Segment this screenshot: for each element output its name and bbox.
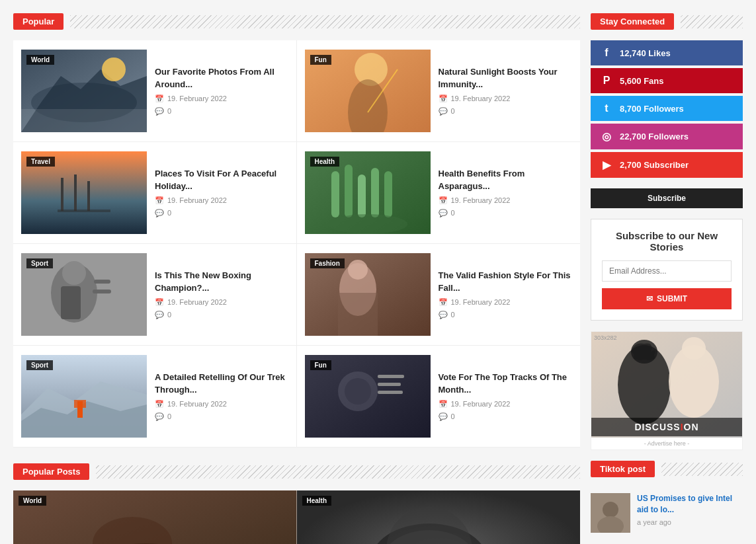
comments-count: 0 (167, 107, 171, 115)
svg-rect-30 (338, 293, 378, 336)
article-meta: 📅 19. February 2022 (155, 196, 288, 205)
svg-rect-18 (371, 168, 379, 217)
svg-point-55 (682, 337, 706, 360)
svg-rect-26 (93, 290, 111, 293)
svg-point-24 (62, 261, 86, 285)
svg-rect-16 (345, 165, 353, 217)
section-divider (661, 463, 743, 476)
article-tag: Sport (26, 258, 53, 268)
article-title: Is This The New Boxing Champion?... (155, 270, 288, 293)
article-meta: 📅 19. February 2022 (155, 95, 288, 103)
section-divider (96, 465, 580, 479)
article-title: Vote For The Top Tracks Of The Month... (439, 371, 573, 395)
facebook-icon: f (600, 47, 613, 59)
article-comments: 💬 0 (155, 311, 288, 319)
article-meta: 📅 19. February 2022 (439, 400, 573, 408)
article-item[interactable]: Fashion The Valid Fashion Style For This… (297, 244, 581, 346)
article-info: Is This The New Boxing Champion?... 📅 19… (155, 253, 288, 336)
article-comments: 💬 0 (439, 107, 573, 116)
svg-rect-13 (58, 210, 110, 212)
article-thumb: Fun (305, 50, 431, 132)
main-content: Popular (13, 13, 580, 544)
tiktok-time: a year ago (637, 518, 743, 526)
svg-rect-15 (331, 171, 339, 217)
popular-label: Popular (13, 13, 63, 30)
article-title: A Detailed Retelling Of Our Trek Through… (155, 371, 288, 395)
article-comments: 💬 0 (439, 311, 573, 319)
tiktok-info: US Promises to give Intel aid to lo... a… (637, 493, 743, 526)
section-divider (70, 15, 580, 28)
article-item[interactable]: World Our Favorite Photos From All Aroun… (13, 40, 297, 142)
article-thumb: Fun (305, 355, 431, 438)
stay-connected-label: Stay Connected (591, 13, 674, 30)
article-title: Our Favorite Photos From All Around... (155, 66, 288, 90)
article-item[interactable]: Fun Vote For The Top Tracks Of The Month… (297, 346, 581, 447)
article-date: 19. February 2022 (451, 298, 511, 306)
comments-count: 0 (167, 412, 171, 420)
svg-rect-17 (358, 175, 366, 217)
popular-posts-grid: World Health (13, 490, 580, 544)
article-thumb: Sport (21, 355, 147, 438)
svg-rect-4 (21, 109, 147, 132)
youtube-button[interactable]: ▶ 2,700 Subscriber (591, 152, 743, 178)
article-tag: Fun (310, 55, 331, 65)
youtube-icon: ▶ (600, 159, 613, 171)
article-date: 19. February 2022 (167, 95, 227, 102)
ad-overlay-text: DISCUSSION (591, 418, 742, 436)
article-date: 19. February 2022 (167, 400, 227, 408)
instagram-button[interactable]: ◎ 22,700 Followers (591, 124, 743, 149)
article-date: 19. February 2022 (167, 196, 227, 204)
facebook-label: 12,740 Likes (620, 48, 671, 58)
article-info: Natural Sunlight Boosts Your Immunity...… (439, 50, 573, 132)
article-tag: Travel (26, 157, 55, 167)
calendar-icon: 📅 (439, 95, 448, 103)
subscribe-box-title: Subscribe to our New Stories (602, 230, 732, 253)
article-info: Health Benefits From Asparagus... 📅 19. … (439, 151, 573, 234)
comment-icon: 💬 (439, 107, 448, 116)
ad-dimensions: 303x282 (594, 334, 617, 341)
article-item[interactable]: Health Health Benefits From Asparagus...… (297, 142, 581, 244)
svg-rect-35 (74, 400, 86, 408)
twitter-label: 8,700 Followers (620, 104, 684, 114)
sidebar: Stay Connected f 12,740 Likes P 5,600 Fa… (591, 13, 743, 544)
twitter-button[interactable]: t 8,700 Followers (591, 96, 743, 121)
popular-post-tag: World (19, 496, 46, 506)
article-date: 19. February 2022 (451, 196, 511, 204)
article-item[interactable]: Sport Is This The New Boxing Champion?..… (13, 244, 297, 346)
svg-rect-19 (384, 171, 392, 217)
tiktok-item[interactable]: US Promises to give Intel aid to lo... a… (591, 488, 743, 538)
submit-button[interactable]: ✉ SUBMIT (602, 288, 732, 309)
tiktok-label: Tiktok post (591, 461, 655, 477)
article-comments: 💬 0 (439, 209, 573, 217)
svg-rect-10 (61, 178, 63, 211)
article-meta: 📅 19. February 2022 (155, 298, 288, 307)
svg-rect-12 (87, 181, 90, 211)
article-title: Health Benefits From Asparagus... (439, 168, 573, 192)
svg-rect-40 (378, 383, 401, 386)
send-icon: ✉ (646, 294, 653, 303)
article-item[interactable]: Travel Places To Visit For A Peaceful Ho… (13, 142, 297, 244)
stay-connected-section: f 12,740 Likes P 5,600 Fans t 8,700 Foll… (591, 40, 743, 178)
calendar-icon: 📅 (155, 95, 164, 103)
article-date: 19. February 2022 (451, 95, 511, 102)
stay-connected-header: Stay Connected (591, 13, 743, 30)
svg-point-29 (348, 260, 368, 280)
calendar-icon: 📅 (155, 400, 164, 408)
pinterest-button[interactable]: P 5,600 Fans (591, 68, 743, 93)
svg-rect-41 (378, 391, 403, 394)
calendar-icon: 📅 (439, 298, 448, 307)
popular-posts-label: Popular Posts (13, 463, 89, 480)
facebook-button[interactable]: f 12,740 Likes (591, 40, 743, 65)
svg-rect-11 (74, 175, 77, 211)
popular-post-item[interactable]: World (13, 490, 297, 544)
svg-rect-39 (378, 375, 404, 378)
calendar-icon: 📅 (439, 400, 448, 408)
popular-post-item[interactable]: Health (297, 490, 581, 544)
article-item[interactable]: Fun Natural Sunlight Boosts Your Immunit… (297, 40, 581, 142)
email-input[interactable] (602, 260, 732, 282)
subscribe-button[interactable]: Subscribe (591, 188, 743, 208)
comment-icon: 💬 (439, 311, 448, 319)
article-item[interactable]: Sport A Detailed Retelling Of Our Trek T… (13, 346, 297, 447)
article-comments: 💬 0 (439, 412, 573, 421)
tiktok-title: US Promises to give Intel aid to lo... (637, 493, 743, 516)
